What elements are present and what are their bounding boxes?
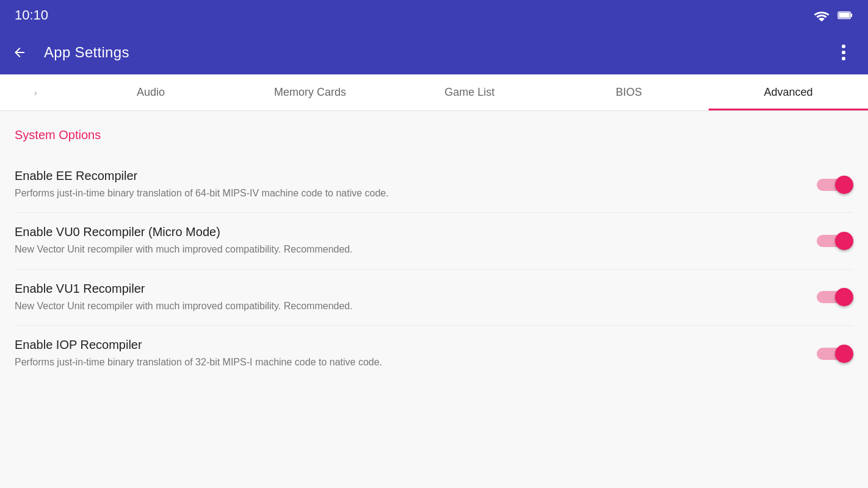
app-bar-left: App Settings bbox=[5, 38, 129, 67]
setting-ee-desc: Performs just-in-time binary translation… bbox=[15, 187, 802, 200]
setting-vu1-recompiler: Enable VU1 Recompiler New Vector Unit re… bbox=[15, 270, 853, 326]
more-vert-icon bbox=[842, 45, 845, 60]
svg-point-4 bbox=[842, 51, 845, 54]
back-arrow-icon bbox=[12, 45, 27, 60]
toggle-vu1-thumb bbox=[835, 288, 853, 306]
svg-point-3 bbox=[842, 45, 845, 48]
tab-audio-label: Audio bbox=[137, 86, 165, 99]
app-bar-title: App Settings bbox=[44, 44, 129, 61]
setting-vu1-title: Enable VU1 Recompiler bbox=[15, 282, 802, 296]
setting-ee-text: Enable EE Recompiler Performs just-in-ti… bbox=[15, 169, 817, 200]
tab-bios-label: BIOS bbox=[616, 86, 642, 99]
wifi-icon bbox=[813, 9, 830, 21]
svg-point-5 bbox=[842, 57, 845, 60]
content-area: System Options Enable EE Recompiler Perf… bbox=[0, 111, 868, 488]
setting-vu1-text: Enable VU1 Recompiler New Vector Unit re… bbox=[15, 282, 817, 313]
battery-icon bbox=[837, 9, 853, 21]
svg-rect-1 bbox=[850, 13, 852, 17]
setting-vu1-desc: New Vector Unit recompiler with much imp… bbox=[15, 300, 802, 313]
tab-game-list[interactable]: Game List bbox=[390, 74, 549, 110]
setting-ee-recompiler: Enable EE Recompiler Performs just-in-ti… bbox=[15, 157, 853, 213]
tab-advanced[interactable]: Advanced bbox=[709, 74, 868, 110]
toggle-iop-recompiler[interactable] bbox=[817, 344, 853, 364]
svg-rect-2 bbox=[839, 13, 850, 18]
status-bar: 10:10 bbox=[0, 0, 868, 30]
setting-vu0-desc: New Vector Unit recompiler with much imp… bbox=[15, 243, 802, 256]
toggle-vu1-recompiler[interactable] bbox=[817, 287, 853, 307]
setting-ee-title: Enable EE Recompiler bbox=[15, 169, 802, 183]
setting-vu0-text: Enable VU0 Recompiler (Micro Mode) New V… bbox=[15, 225, 817, 256]
tab-advanced-label: Advanced bbox=[764, 86, 812, 99]
setting-iop-recompiler: Enable IOP Recompiler Performs just-in-t… bbox=[15, 326, 853, 381]
tab-bios[interactable]: BIOS bbox=[549, 74, 709, 110]
tab-bar: › Audio Memory Cards Game List BIOS Adva… bbox=[0, 74, 868, 111]
setting-vu0-title: Enable VU0 Recompiler (Micro Mode) bbox=[15, 225, 802, 239]
more-button[interactable] bbox=[829, 38, 858, 67]
tab-partial-label: › bbox=[34, 88, 37, 98]
back-button[interactable] bbox=[5, 38, 34, 67]
setting-iop-desc: Performs just-in-time binary translation… bbox=[15, 356, 802, 369]
section-title: System Options bbox=[15, 128, 853, 142]
toggle-iop-thumb bbox=[835, 345, 853, 363]
app-bar: App Settings bbox=[0, 30, 868, 74]
toggle-ee-recompiler[interactable] bbox=[817, 175, 853, 195]
tab-game-list-label: Game List bbox=[444, 86, 494, 99]
setting-vu0-recompiler: Enable VU0 Recompiler (Micro Mode) New V… bbox=[15, 213, 853, 269]
tab-memory-cards[interactable]: Memory Cards bbox=[231, 74, 390, 110]
toggle-vu0-recompiler[interactable] bbox=[817, 231, 853, 251]
tab-audio[interactable]: Audio bbox=[71, 74, 230, 110]
toggle-ee-thumb bbox=[835, 176, 853, 194]
tab-memory-cards-label: Memory Cards bbox=[274, 86, 346, 99]
setting-iop-title: Enable IOP Recompiler bbox=[15, 338, 802, 352]
toggle-vu0-thumb bbox=[835, 232, 853, 250]
status-time: 10:10 bbox=[15, 7, 48, 23]
setting-iop-text: Enable IOP Recompiler Performs just-in-t… bbox=[15, 338, 817, 369]
tab-item-partial[interactable]: › bbox=[0, 74, 71, 110]
status-icons bbox=[813, 9, 853, 21]
